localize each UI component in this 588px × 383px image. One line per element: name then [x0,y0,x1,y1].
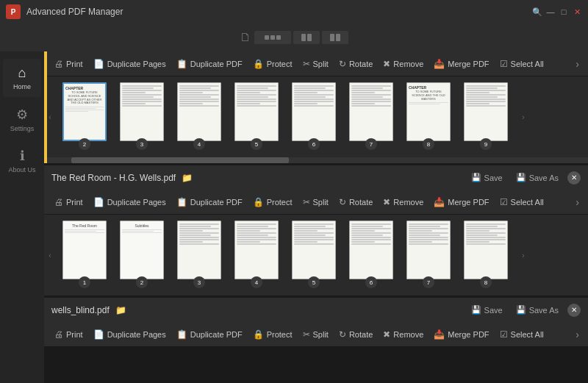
title-bar-left: P Advanced PDF Manager [6,4,123,19]
split-btn-2[interactable]: ✂ Split [298,193,333,212]
merge-pdf-btn-3[interactable]: 📥 Merge PDF [429,325,493,344]
save-as-btn-2[interactable]: 💾 Save As [512,171,563,184]
tab-2[interactable] [293,31,320,44]
select-all-label-3: Select All [511,330,544,339]
page-thumb-2-1[interactable]: The Red Room 1 [59,221,110,290]
save-btn-2[interactable]: 💾 Save [467,171,507,184]
sidebar-label-settings: Settings [10,125,35,132]
duplicate-pages-btn-1[interactable]: 📄 Duplicate Pages [89,54,171,74]
pdf-section-1: 🖨 Print 📄 Duplicate Pages 📋 Duplicate PD… [44,51,588,163]
sidebar-item-about[interactable]: ℹ About Us [3,141,41,179]
h-scrollbar-1 [44,157,588,163]
tab-1[interactable] [254,31,291,44]
close-section-2[interactable]: ✕ [567,171,581,185]
scroll-left-2[interactable]: ‹ [44,251,56,259]
toolbar-more-3[interactable]: › [573,329,582,340]
split-icon-2: ✂ [303,197,310,207]
content-area: 🖨 Print 📄 Duplicate Pages 📋 Duplicate PD… [44,51,588,383]
check-icon-1: ☑ [500,59,508,69]
page-thumb-1-6[interactable]: 7 [345,82,397,151]
rotate-btn-1[interactable]: ↻ Rotate [334,54,377,74]
section-actions-2: 💾 Save 💾 Save As ✕ [467,171,581,185]
page-thumb-2-4[interactable]: 4 [231,221,282,290]
sidebar-item-settings[interactable]: ⚙ Settings [3,100,41,138]
page-thumb-1-7[interactable]: CHAPTER TO SOME FUTURE SCIENCE AND THE O… [403,82,454,151]
check-icon-2: ☑ [500,197,508,207]
sidebar-label-home: Home [13,83,31,90]
print-btn-2[interactable]: 🖨 Print [50,193,87,212]
page-num-2-1: 1 [79,276,90,288]
home-icon: ⌂ [18,65,26,81]
page-num-2-8: 8 [480,276,492,288]
page-thumb-1-1[interactable]: CHAPTER TO SOME FUTURE SCHOOL AND SCIENC… [59,82,110,151]
close-icon[interactable]: ✕ [572,7,582,17]
page-thumb-1-2[interactable]: 3 [116,82,168,151]
section-actions-3: 💾 Save 💾 Save As ✕ [467,304,581,317]
pdf-section-2: The Red Room - H.G. Wells.pdf 📁 💾 Save 💾… [44,165,588,296]
page-thumb-1-3[interactable]: 4 [173,82,225,151]
page-thumb-1-5[interactable]: 6 [288,82,340,151]
toolbar-more-2[interactable]: › [573,196,582,208]
protect-btn-3[interactable]: 🔒 Protect [248,325,297,344]
rotate-btn-2[interactable]: ↻ Rotate [334,193,377,212]
duplicate-pdf-btn-2[interactable]: 📋 Duplicate PDF [172,193,247,212]
save-btn-3[interactable]: 💾 Save [467,304,507,316]
toolbar-strip-2: 🖨 Print 📄 Duplicate Pages 📋 Duplicate PD… [44,190,588,215]
duplicate-pages-btn-3[interactable]: 📄 Duplicate Pages [89,325,171,344]
toolbar-more-1[interactable]: › [573,58,582,70]
page-thumb-2-5[interactable]: 5 [288,221,340,290]
page-thumb-2-2[interactable]: Subtitles 2 [116,221,168,290]
folder-icon-2[interactable]: 📁 [182,173,193,183]
save-as-btn-3[interactable]: 💾 Save As [512,304,563,316]
remove-btn-1[interactable]: ✖ Remove [379,54,428,74]
duplicate-pdf-btn-3[interactable]: 📋 Duplicate PDF [172,325,247,344]
page-thumb-1-4[interactable]: 5 [231,82,282,151]
scroll-right-1[interactable]: › [517,113,529,121]
remove-icon-1: ✖ [383,59,390,69]
sidebar-item-home[interactable]: ⌂ Home [3,59,41,97]
remove-btn-2[interactable]: ✖ Remove [379,193,428,212]
split-btn-3[interactable]: ✂ Split [298,325,333,344]
rotate-btn-3[interactable]: ↻ Rotate [334,325,377,344]
close-section-3[interactable]: ✕ [567,304,581,317]
print-btn-3[interactable]: 🖨 Print [50,325,87,344]
file-icon: 🗋 [240,31,251,44]
protect-btn-2[interactable]: 🔒 Protect [248,193,297,212]
page-thumb-2-7[interactable]: 7 [403,221,454,290]
duplicate-pages-btn-2[interactable]: 📄 Duplicate Pages [89,193,171,212]
sidebar: ⌂ Home ⚙ Settings ℹ About Us [0,51,44,383]
select-all-btn-3[interactable]: ☑ Select All [495,325,548,344]
maximize-icon[interactable]: □ [559,7,569,17]
tab-3[interactable] [322,31,348,44]
save-as-icon-3: 💾 [516,305,526,315]
print-icon-3: 🖨 [54,329,63,340]
section-title-2: The Red Room - H.G. Wells.pdf [51,173,176,183]
merge-icon-3: 📥 [434,329,445,340]
scroll-right-2[interactable]: › [517,251,529,259]
merge-pdf-btn-2[interactable]: 📥 Merge PDF [429,193,493,212]
pages-container-2: The Red Room 1 Subtitles 2 [56,215,517,296]
page-thumb-1-8[interactable]: 9 [460,82,512,151]
split-icon-1: ✂ [303,59,310,69]
protect-btn-1[interactable]: 🔒 Protect [248,54,297,74]
save-icon-2: 💾 [471,173,481,182]
split-btn-1[interactable]: ✂ Split [298,54,333,74]
search-icon[interactable]: 🔍 [532,7,542,17]
minimize-icon[interactable]: — [545,7,556,17]
page-num-1-7: 8 [423,138,434,150]
duplicate-pdf-btn-1[interactable]: 📋 Duplicate PDF [172,54,247,74]
rotate-icon-2: ↻ [339,197,346,207]
select-all-btn-1[interactable]: ☑ Select All [495,54,548,74]
page-thumb-2-8[interactable]: 8 [460,221,512,290]
app-title: Advanced PDF Manager [26,7,123,17]
merge-pdf-btn-1[interactable]: 📥 Merge PDF [429,54,493,74]
page-thumb-2-6[interactable]: 6 [345,221,397,290]
check-icon-3: ☑ [500,329,508,340]
page-thumb-2-3[interactable]: 3 [173,221,225,290]
remove-btn-3[interactable]: ✖ Remove [379,325,428,344]
select-all-btn-2[interactable]: ☑ Select All [495,193,548,212]
section-header-3: wells_blind.pdf 📁 💾 Save 💾 Save As ✕ [44,297,588,322]
folder-icon-3[interactable]: 📁 [115,305,126,315]
remove-icon-2: ✖ [383,197,390,207]
print-btn-1[interactable]: 🖨 Print [50,54,87,74]
